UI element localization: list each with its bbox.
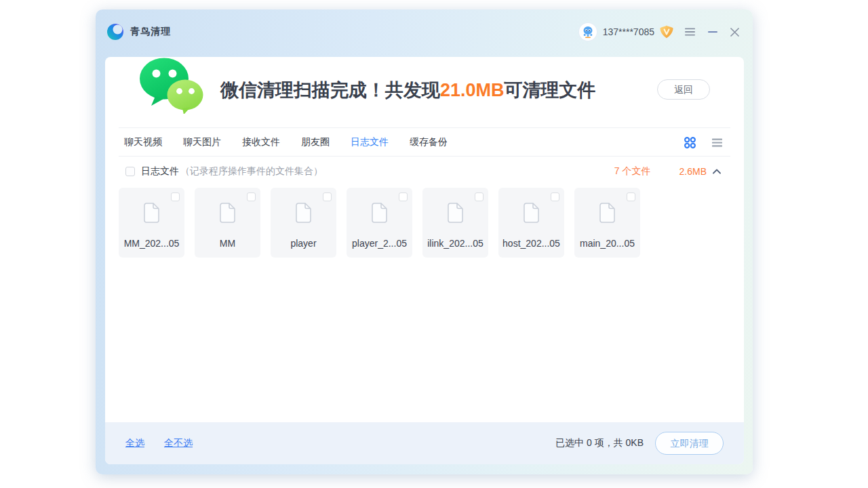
app-brand: 青鸟清理 — [106, 23, 171, 41]
file-name: MM — [195, 238, 260, 249]
user-id: 137****7085 — [603, 26, 654, 37]
document-icon — [599, 203, 616, 226]
file-checkbox[interactable] — [247, 192, 256, 201]
select-all-link[interactable]: 全选 — [125, 437, 144, 449]
document-icon — [524, 203, 540, 226]
title-prefix: 微信清理扫描完成！共发现 — [220, 80, 440, 100]
tab-chat-images[interactable]: 聊天图片 — [183, 136, 221, 148]
list-view-icon[interactable] — [712, 138, 722, 147]
scan-result-title: 微信清理扫描完成！共发现21.0MB可清理文件 — [220, 78, 596, 102]
title-suffix: 可清理文件 — [505, 80, 596, 100]
view-toggles — [684, 137, 722, 148]
menu-icon[interactable] — [685, 28, 695, 36]
result-header: 微信清理扫描完成！共发现21.0MB可清理文件 返回 — [105, 57, 744, 128]
title-size-highlight: 21.0MB — [440, 80, 505, 100]
document-icon — [372, 203, 388, 226]
section-name: 日志文件 — [141, 165, 179, 178]
document-icon — [448, 203, 464, 226]
section-description: （记录程序操作事件的文件集合） — [180, 165, 323, 178]
grid-view-icon[interactable] — [684, 137, 696, 148]
file-card[interactable]: player — [271, 188, 336, 258]
document-icon — [296, 203, 312, 226]
file-checkbox[interactable] — [551, 192, 559, 201]
app-title: 青鸟清理 — [130, 26, 171, 38]
section-size: 2.6MB — [679, 166, 707, 177]
file-card[interactable]: main_20...05 — [574, 188, 640, 258]
back-button[interactable]: 返回 — [657, 79, 710, 100]
window-controls — [685, 28, 739, 37]
file-name: host_202...05 — [498, 238, 564, 249]
file-card[interactable]: MM_202...05 — [119, 188, 184, 258]
file-name: main_20...05 — [574, 238, 640, 249]
file-card[interactable]: host_202...05 — [498, 188, 564, 258]
category-tab-bar: 聊天视频 聊天图片 接收文件 朋友圈 日志文件 缓存备份 — [105, 128, 744, 157]
file-checkbox[interactable] — [627, 192, 635, 201]
file-checkbox[interactable] — [171, 192, 180, 201]
main-card: 微信清理扫描完成！共发现21.0MB可清理文件 返回 聊天视频 聊天图片 接收文… — [105, 57, 744, 464]
file-count: 7 个文件 — [614, 165, 651, 178]
minimize-icon[interactable] — [708, 28, 717, 36]
file-checkbox[interactable] — [475, 192, 484, 201]
tab-log-files[interactable]: 日志文件 — [351, 136, 389, 148]
tab-moments[interactable]: 朋友圈 — [301, 136, 330, 148]
file-checkbox[interactable] — [323, 192, 332, 201]
avatar[interactable] — [579, 23, 597, 41]
document-icon — [144, 203, 160, 226]
file-name: ilink_202...05 — [422, 238, 488, 249]
titlebar: 青鸟清理 137****7085 — [96, 9, 753, 57]
section-checkbox[interactable] — [125, 167, 135, 176]
vip-badge-icon[interactable] — [659, 25, 674, 39]
file-name: player_2...05 — [347, 238, 412, 249]
tab-chat-videos[interactable]: 聊天视频 — [124, 136, 162, 148]
tab-received-files[interactable]: 接收文件 — [242, 136, 280, 148]
app-window: 青鸟清理 137****7085 — [96, 9, 753, 474]
file-grid: MM_202...05 MM — [119, 188, 730, 258]
user-cluster: 137****7085 — [579, 23, 739, 41]
document-icon — [220, 203, 236, 226]
app-logo-icon — [106, 23, 124, 41]
select-none-link[interactable]: 全不选 — [164, 437, 193, 449]
file-checkbox[interactable] — [399, 192, 408, 201]
tab-cache-backup[interactable]: 缓存备份 — [410, 136, 448, 148]
clean-now-button[interactable]: 立即清理 — [655, 432, 724, 455]
file-card[interactable]: MM — [195, 188, 260, 258]
file-card[interactable]: player_2...05 — [347, 188, 412, 258]
file-card[interactable]: ilink_202...05 — [422, 188, 488, 258]
file-name: MM_202...05 — [119, 238, 184, 249]
selection-summary: 已选中 0 项，共 0KB — [555, 437, 644, 449]
action-footer: 全选 全不选 已选中 0 项，共 0KB 立即清理 — [105, 422, 744, 464]
wechat-icon — [138, 57, 204, 117]
section-header: 日志文件 （记录程序操作事件的文件集合） 7 个文件 2.6MB — [105, 157, 744, 186]
collapse-icon[interactable] — [713, 169, 721, 174]
file-name: player — [271, 238, 336, 249]
tabs: 聊天视频 聊天图片 接收文件 朋友圈 日志文件 缓存备份 — [124, 136, 448, 148]
close-icon[interactable] — [730, 28, 739, 37]
